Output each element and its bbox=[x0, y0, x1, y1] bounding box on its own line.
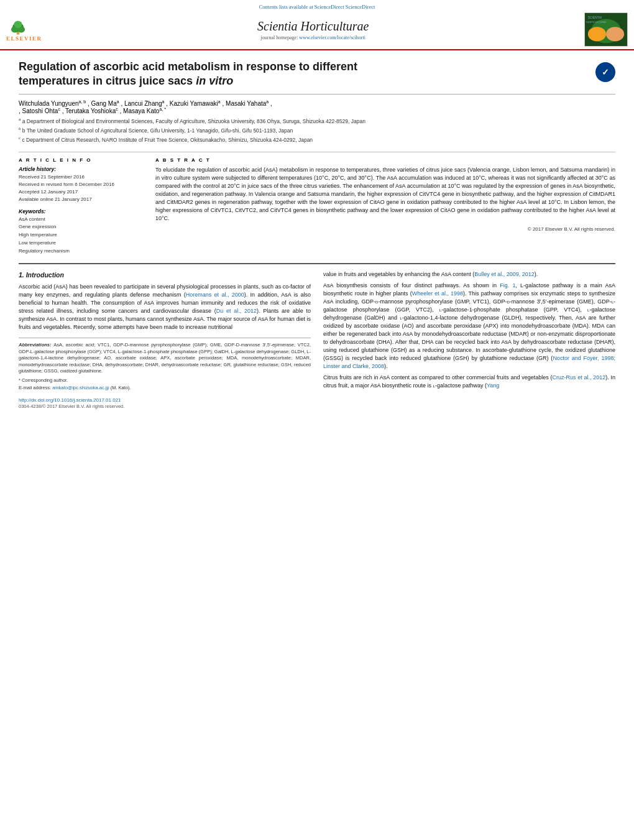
svg-text:SCIENTIA: SCIENTIA bbox=[588, 17, 602, 20]
abstract-text: To elucidate the regulation of ascorbic … bbox=[155, 166, 615, 223]
col2-para2: AsA biosynthesis consists of four distin… bbox=[323, 282, 615, 371]
col2-para1: value in fruits and vegetables by enhanc… bbox=[323, 270, 615, 279]
abbreviations-label: Abbreviations: AsA, ascorbic acid; VTC1,… bbox=[19, 342, 311, 375]
journal-homepage: journal homepage: www.elsevier.com/locat… bbox=[42, 35, 584, 40]
email-note: E-mail address: amkato@ipc.shizuoka.ac.j… bbox=[19, 385, 311, 392]
journal-title: Scientia Horticulturae journal homepage:… bbox=[42, 19, 584, 40]
abstract-col: A B S T R A C T To elucidate the regulat… bbox=[155, 157, 615, 256]
svg-point-8 bbox=[606, 27, 624, 41]
article-title: Regulation of ascorbic acid metabolism i… bbox=[19, 60, 589, 89]
article-info-col: A R T I C L E I N F O Article history: R… bbox=[19, 157, 143, 256]
article-title-section: Regulation of ascorbic acid metabolism i… bbox=[19, 60, 615, 95]
received-date: Received 21 September 2016 bbox=[19, 173, 143, 181]
available-date: Available online 21 January 2017 bbox=[19, 196, 143, 203]
article-info-heading: A R T I C L E I N F O bbox=[19, 157, 143, 163]
intro-para1: Ascorbic acid (AsA) has been revealed to… bbox=[19, 283, 311, 331]
journal-header-main: ELSEVIER Scientia Horticulturae journal … bbox=[0, 12, 634, 47]
article-history: Article history: Received 21 September 2… bbox=[19, 166, 143, 203]
body-col-right: value in fruits and vegetables by enhanc… bbox=[323, 270, 615, 410]
abstract-heading: A B S T R A C T bbox=[155, 157, 615, 163]
authors-line: Witchulada Yungyuena, b , Gang Maa , Lan… bbox=[19, 99, 615, 115]
corresponding-note: * Corresponding author. bbox=[19, 377, 311, 384]
affiliations: a a Department of Biological and Environ… bbox=[19, 117, 615, 144]
svg-point-7 bbox=[588, 27, 606, 41]
keywords-block: Keywords: AsA content Gene expression Hi… bbox=[19, 208, 143, 256]
journal-cover-image: SCIENTIA HORTICULTURAE bbox=[584, 12, 628, 47]
doi-line: http://dx.doi.org/10.1016/j.scienta.2017… bbox=[19, 397, 311, 404]
journal-header: Contents lists available at ScienceDirec… bbox=[0, 0, 634, 50]
elsevier-label: ELSEVIER bbox=[6, 35, 42, 42]
svg-text:HORTICULTURAE: HORTICULTURAE bbox=[586, 21, 607, 24]
col2-para3: Citrus fruits are rich in AsA content as… bbox=[323, 374, 615, 390]
issn-line: 0304-4238/© 2017 Elsevier B.V. All right… bbox=[19, 404, 311, 410]
elsevier-logo: ELSEVIER bbox=[6, 18, 42, 42]
info-abstract-section: A R T I C L E I N F O Article history: R… bbox=[19, 152, 615, 256]
intro-title: 1. Introduction bbox=[19, 270, 311, 280]
article-container: Regulation of ascorbic acid metabolism i… bbox=[0, 50, 634, 422]
revised-date: Received in revised form 6 December 2016 bbox=[19, 181, 143, 188]
svg-point-4 bbox=[14, 21, 22, 28]
body-col-left: 1. Introduction Ascorbic acid (AsA) has … bbox=[19, 270, 311, 410]
copyright-notice: © 2017 Elsevier B.V. All rights reserved… bbox=[155, 226, 615, 232]
body-section: 1. Introduction Ascorbic acid (AsA) has … bbox=[19, 270, 615, 410]
elsevier-tree-icon bbox=[6, 18, 30, 35]
footnotes: Abbreviations: AsA, ascorbic acid; VTC1,… bbox=[19, 338, 311, 410]
body-divider bbox=[19, 263, 615, 264]
accepted-date: Accepted 12 January 2017 bbox=[19, 188, 143, 196]
sciencedirect-line: Contents lists available at ScienceDirec… bbox=[0, 4, 634, 10]
crossmark-badge: ✓ bbox=[595, 62, 615, 82]
